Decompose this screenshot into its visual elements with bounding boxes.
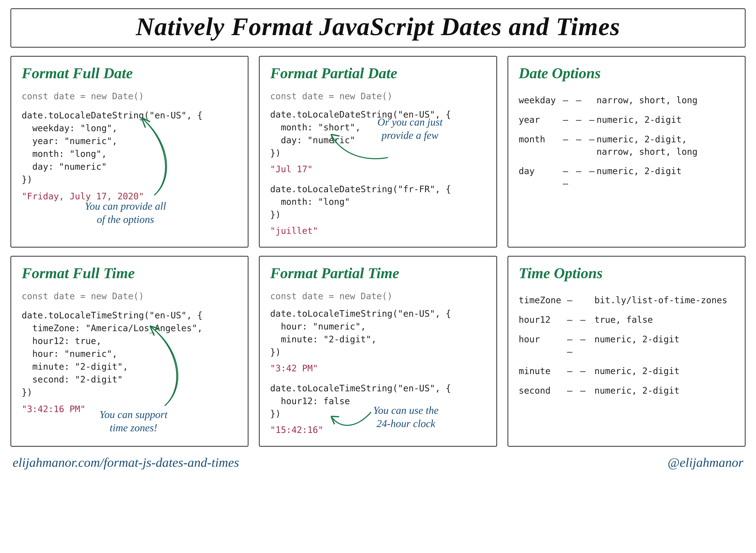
opt-dash: — — [567,365,594,378]
card-format-full-date: Format Full Date const date = new Date()… [10,56,248,247]
opt-key: day [519,165,563,177]
option-row: month — — — numeric, 2-digit, narrow, sh… [519,133,734,158]
code-result: "Jul 17" [270,163,486,176]
footer: elijahmanor.com/format-js-dates-and-time… [10,455,746,470]
opt-vals: numeric, 2-digit [594,365,734,378]
opt-key: year [519,114,563,126]
card-format-full-time: Format Full Time const date = new Date()… [10,256,248,447]
option-row: timeZone — bit.ly/list-of-time-zones [519,294,734,307]
footer-handle[interactable]: @elijahmanor [668,455,743,470]
opt-vals: bit.ly/list-of-time-zones [594,294,734,307]
opt-key: timeZone [519,294,567,307]
card-title: Format Full Time [22,265,237,282]
option-row: hour — — — numeric, 2-digit [519,333,734,358]
opt-key: hour [519,333,567,346]
card-date-options: Date Options weekday — — narrow, short, … [508,56,746,247]
opt-key: weekday [519,94,563,106]
code-result: "3:42 PM" [270,362,486,375]
annotation: You can use the 24-hour clock [373,404,439,430]
card-title: Format Partial Date [270,65,486,82]
option-row: second — — numeric, 2-digit [519,385,734,397]
opt-key: month [519,133,563,146]
code-decl: const date = new Date() [22,90,237,103]
opt-vals: numeric, 2-digit [594,333,734,346]
page-title: Natively Format JavaScript Dates and Tim… [136,13,620,41]
opt-dash: — — [563,94,597,106]
code-result: "juillet" [270,225,486,237]
option-row: weekday — — narrow, short, long [519,94,734,106]
card-title: Format Full Date [22,65,237,82]
code-block: date.toLocaleDateString("en-US", { weekd… [22,109,237,186]
code-block: date.toLocaleTimeString("en-US", { timeZ… [22,309,237,399]
opt-vals: narrow, short, long [597,94,734,106]
opt-dash: — — — [567,333,594,358]
option-row: day — — — — numeric, 2-digit [519,165,734,190]
card-format-partial-time: Format Partial Time const date = new Dat… [259,256,497,447]
annotation: You can provide all of the options [85,200,166,226]
code-decl: const date = new Date() [270,90,486,103]
card-title: Format Partial Time [270,265,486,282]
opt-dash: — — — — [563,165,597,190]
title-box: Natively Format JavaScript Dates and Tim… [10,8,746,48]
opt-vals: numeric, 2-digit [597,165,734,177]
opt-dash: — — — [563,133,597,146]
annotation: Or you can just provide a few [377,115,443,142]
footer-url[interactable]: elijahmanor.com/format-js-dates-and-time… [13,455,239,470]
code-block: date.toLocaleTimeString("en-US", { hour:… [270,307,486,359]
code-decl: const date = new Date() [270,290,486,303]
opt-dash: — — [567,385,594,397]
opt-dash: — — — [563,114,597,126]
code-decl: const date = new Date() [22,290,237,303]
opt-dash: — — [567,314,594,326]
code-block: date.toLocaleDateString("fr-FR", { month… [270,183,486,221]
card-grid: Format Full Date const date = new Date()… [10,56,746,447]
opt-key: minute [519,365,567,378]
card-format-partial-date: Format Partial Date const date = new Dat… [259,56,497,247]
opt-vals: numeric, 2-digit, narrow, short, long [597,133,734,158]
annotation: You can support time zones! [99,408,167,434]
opt-dash: — [567,294,594,307]
option-row: year — — — numeric, 2-digit [519,114,734,126]
opt-vals: numeric, 2-digit [597,114,734,126]
opt-key: hour12 [519,314,567,326]
option-row: minute — — numeric, 2-digit [519,365,734,378]
card-title: Time Options [519,265,734,282]
card-time-options: Time Options timeZone — bit.ly/list-of-t… [508,256,746,447]
options-list: weekday — — narrow, short, long year — —… [519,94,734,190]
card-title: Date Options [519,65,734,82]
options-list: timeZone — bit.ly/list-of-time-zones hou… [519,294,734,397]
opt-key: second [519,385,567,397]
opt-vals: numeric, 2-digit [594,385,734,397]
opt-vals: true, false [594,314,734,326]
option-row: hour12 — — true, false [519,314,734,326]
